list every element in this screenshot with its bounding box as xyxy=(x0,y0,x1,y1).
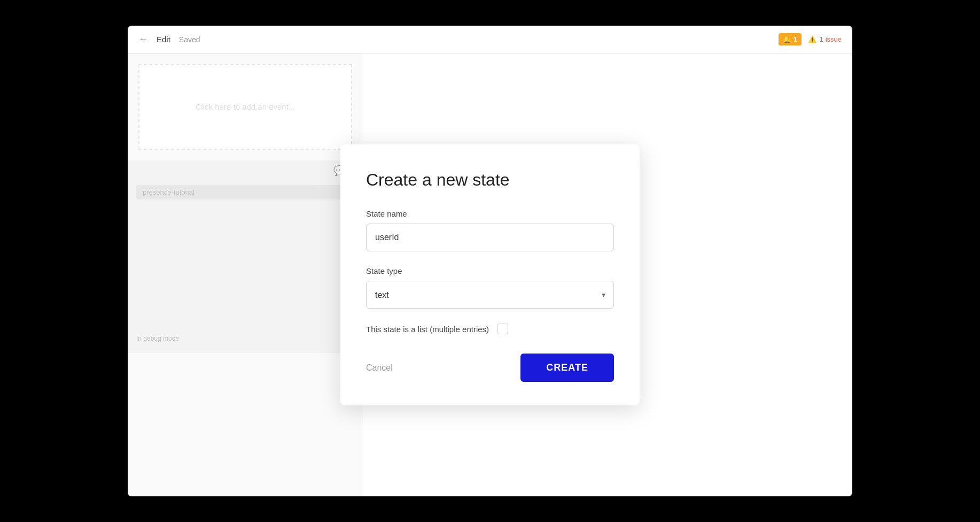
issue-badge[interactable]: ⚠️ 1 issue xyxy=(808,35,842,43)
state-name-input[interactable] xyxy=(366,224,614,251)
list-checkbox-label: This state is a list (multiple entries) xyxy=(366,325,489,334)
notification-badge[interactable]: 🔔 1 xyxy=(779,33,802,45)
top-bar-right: 🔔 1 ⚠️ 1 issue xyxy=(779,33,842,45)
create-button[interactable]: CREATE xyxy=(520,354,614,382)
saved-status: Saved xyxy=(179,35,200,44)
modal-title: Create a new state xyxy=(366,170,614,190)
main-content: Click here to add an event... 💬 ✕ presen… xyxy=(128,53,852,496)
create-state-modal: Create a new state State name State type… xyxy=(340,144,640,405)
notify-icon: 🔔 xyxy=(783,35,791,43)
list-checkbox[interactable] xyxy=(497,324,508,334)
top-bar: ← Edit Saved 🔔 1 ⚠️ 1 issue xyxy=(128,26,852,53)
state-name-group: State name xyxy=(366,209,614,251)
state-type-label: State type xyxy=(366,266,614,275)
modal-actions: Cancel CREATE xyxy=(366,354,614,382)
state-type-group: State type text number boolean object ar… xyxy=(366,266,614,309)
state-type-select-wrapper: text number boolean object array ▾ xyxy=(366,281,614,309)
list-checkbox-row: This state is a list (multiple entries) xyxy=(366,324,614,334)
cancel-button[interactable]: Cancel xyxy=(366,359,393,377)
notify-count: 1 xyxy=(794,35,797,43)
warning-icon: ⚠️ xyxy=(808,35,816,43)
state-name-label: State name xyxy=(366,209,614,218)
issue-label: 1 issue xyxy=(820,35,842,43)
back-button[interactable]: ← xyxy=(138,34,148,45)
page-title: Edit xyxy=(157,35,170,44)
state-type-select[interactable]: text number boolean object array xyxy=(366,281,614,309)
